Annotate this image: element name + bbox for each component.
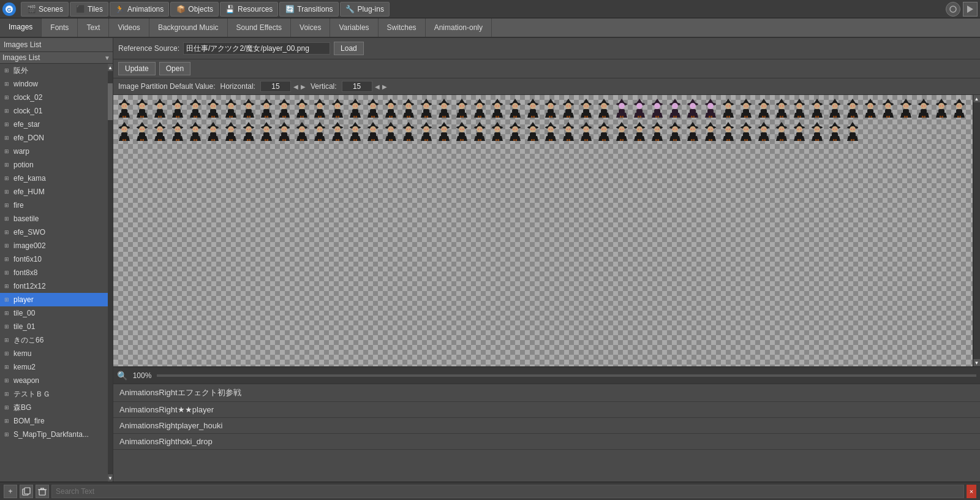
sidebar-list-item[interactable]: ⊞kemu bbox=[0, 347, 108, 360]
sidebar-dropdown[interactable]: Images List ▼ bbox=[0, 52, 113, 64]
v-increment-btn[interactable]: ▶ bbox=[382, 83, 387, 90]
svg-point-353 bbox=[797, 105, 799, 107]
img-scroll-down[interactable]: ▼ bbox=[973, 359, 980, 366]
sidebar-list-item[interactable]: ⊞S_MapTip_Darkfanta... bbox=[0, 428, 108, 441]
svg-point-749 bbox=[726, 129, 728, 130]
tab-fonts[interactable]: Fonts bbox=[42, 18, 78, 37]
sidebar-list-item[interactable]: ⊞clock_01 bbox=[0, 104, 108, 118]
svg-marker-242 bbox=[581, 113, 592, 118]
sidebar-list-item[interactable]: ⊞fire bbox=[0, 199, 108, 212]
copy-item-btn[interactable] bbox=[20, 485, 33, 498]
svg-rect-198 bbox=[498, 116, 500, 118]
sidebar-list-item[interactable]: ⊞efe_star bbox=[0, 118, 108, 131]
animations-btn[interactable]: 🏃 Animations bbox=[110, 2, 169, 17]
animation-item[interactable]: AnimationsRightplayer_houki bbox=[113, 418, 980, 434]
sidebar-list-item[interactable]: ⊞image002 bbox=[0, 239, 108, 252]
sidebar-list-item[interactable]: ⊞font8x8 bbox=[0, 266, 108, 279]
svg-rect-676 bbox=[587, 139, 589, 141]
update-btn[interactable]: Update bbox=[118, 62, 156, 75]
svg-marker-611 bbox=[456, 136, 467, 141]
svg-point-330 bbox=[761, 103, 767, 109]
svg-point-240 bbox=[583, 103, 589, 109]
svg-point-129 bbox=[356, 105, 357, 107]
list-item-expand-icon: ⊞ bbox=[2, 363, 11, 371]
svg-rect-36 bbox=[178, 116, 180, 118]
plugins-btn[interactable]: 🔧 Plug-ins bbox=[340, 2, 390, 17]
scroll-down-arrow[interactable]: ▼ bbox=[108, 474, 113, 482]
circle-btn-1[interactable] bbox=[946, 2, 960, 17]
svg-point-543 bbox=[320, 129, 322, 130]
play-btn[interactable] bbox=[963, 2, 978, 17]
svg-point-627 bbox=[494, 126, 500, 132]
sidebar-list-item[interactable]: ⊞font6x10 bbox=[0, 252, 108, 266]
svg-marker-719 bbox=[669, 136, 680, 141]
sidebar-list-item[interactable]: ⊞BOM_fire bbox=[0, 414, 108, 428]
scroll-thumb[interactable] bbox=[108, 83, 113, 120]
zoom-slider[interactable] bbox=[157, 374, 976, 377]
sidebar-list-item[interactable]: ⊞tile_00 bbox=[0, 306, 108, 320]
tiles-btn[interactable]: ⬛ Tiles bbox=[70, 2, 108, 17]
sidebar-list-item[interactable]: ⊞efe_kama bbox=[0, 172, 108, 185]
objects-btn[interactable]: 📦 Objects bbox=[170, 2, 219, 17]
h-increment-btn[interactable]: ▶ bbox=[301, 83, 306, 90]
sidebar-list-item[interactable]: ⊞window bbox=[0, 77, 108, 91]
resources-btn[interactable]: 💾 Resources bbox=[220, 2, 278, 17]
tab-animation-only[interactable]: Animation-only bbox=[426, 18, 492, 37]
list-item-expand-icon: ⊞ bbox=[2, 161, 11, 169]
animation-item[interactable]: AnimationsRightエフェクト初参戦 bbox=[113, 384, 980, 402]
list-item-expand-icon: ⊞ bbox=[2, 255, 11, 263]
sidebar-list-item[interactable]: ⊞阪外 bbox=[0, 64, 108, 77]
tab-images[interactable]: Images bbox=[0, 18, 42, 37]
tab-videos[interactable]: Videos bbox=[109, 18, 149, 37]
sidebar-list-item[interactable]: ⊞font12x12 bbox=[0, 279, 108, 293]
sidebar-list-item[interactable]: ⊞efe_HUM bbox=[0, 185, 108, 199]
tab-text[interactable]: Text bbox=[78, 18, 109, 37]
list-item-expand-icon: ⊞ bbox=[2, 147, 11, 156]
v-decrement-btn[interactable]: ◀ bbox=[375, 83, 380, 90]
app-logo[interactable]: G bbox=[2, 2, 16, 16]
sidebar-list-item[interactable]: ⊞potion bbox=[0, 158, 108, 172]
svg-point-84 bbox=[267, 105, 268, 107]
tab-variables[interactable]: Variables bbox=[330, 18, 378, 37]
open-btn[interactable]: Open bbox=[159, 62, 190, 75]
add-item-btn[interactable]: + bbox=[4, 485, 17, 498]
svg-point-632 bbox=[496, 129, 497, 130]
scroll-up-arrow[interactable]: ▲ bbox=[108, 64, 113, 71]
tab-voices[interactable]: Voices bbox=[291, 18, 330, 37]
ref-input[interactable] bbox=[183, 42, 330, 55]
img-scroll-up[interactable]: ▲ bbox=[973, 95, 980, 102]
animation-item[interactable]: AnimationsRight★★player bbox=[113, 402, 980, 418]
horizontal-input[interactable] bbox=[260, 81, 291, 92]
transitions-btn[interactable]: 🔄 Transitions bbox=[279, 2, 338, 17]
animation-item[interactable]: AnimationsRighthoki_drop bbox=[113, 434, 980, 450]
sidebar-list-item[interactable]: ⊞efe_DON bbox=[0, 131, 108, 145]
svg-point-569 bbox=[374, 129, 375, 130]
search-input[interactable] bbox=[51, 485, 964, 498]
svg-marker-116 bbox=[332, 113, 343, 118]
tab-bg-music[interactable]: Background Music bbox=[149, 18, 228, 37]
sidebar-list-item[interactable]: ⊞warp bbox=[0, 145, 108, 158]
sidebar-list-item[interactable]: ⊞basetile bbox=[0, 212, 108, 225]
sidebar-list-item[interactable]: ⊞player bbox=[0, 293, 108, 306]
tab-sound-effects[interactable]: Sound Effects bbox=[228, 18, 292, 37]
search-close-btn[interactable]: × bbox=[967, 485, 976, 498]
vertical-input[interactable] bbox=[342, 81, 372, 92]
svg-point-303 bbox=[707, 103, 714, 109]
tab-switches[interactable]: Switches bbox=[379, 18, 426, 37]
h-decrement-btn[interactable]: ◀ bbox=[293, 83, 298, 90]
svg-rect-460 bbox=[160, 139, 162, 141]
svg-marker-476 bbox=[190, 136, 201, 141]
sidebar-list-item[interactable]: ⊞kemu2 bbox=[0, 360, 108, 374]
sidebar-list-item[interactable]: ⊞tile_01 bbox=[0, 320, 108, 333]
delete-item-btn[interactable] bbox=[36, 485, 49, 498]
scenes-btn[interactable]: 🎬 Scenes bbox=[21, 2, 69, 17]
sidebar-list-item[interactable]: ⊞clock_02 bbox=[0, 91, 108, 104]
sidebar-list-item[interactable]: ⊞efe_SWO bbox=[0, 225, 108, 239]
sidebar-list-item[interactable]: ⊞きのこ66 bbox=[0, 333, 108, 347]
sidebar-list-item[interactable]: ⊞森BG bbox=[0, 401, 108, 414]
sidebar-list-item[interactable]: ⊞weapon bbox=[0, 374, 108, 387]
svg-point-245 bbox=[584, 105, 586, 107]
sidebar-list-item[interactable]: ⊞テストＢＧ bbox=[0, 387, 108, 401]
sprite-cell bbox=[330, 121, 345, 143]
load-btn[interactable]: Load bbox=[334, 42, 364, 55]
